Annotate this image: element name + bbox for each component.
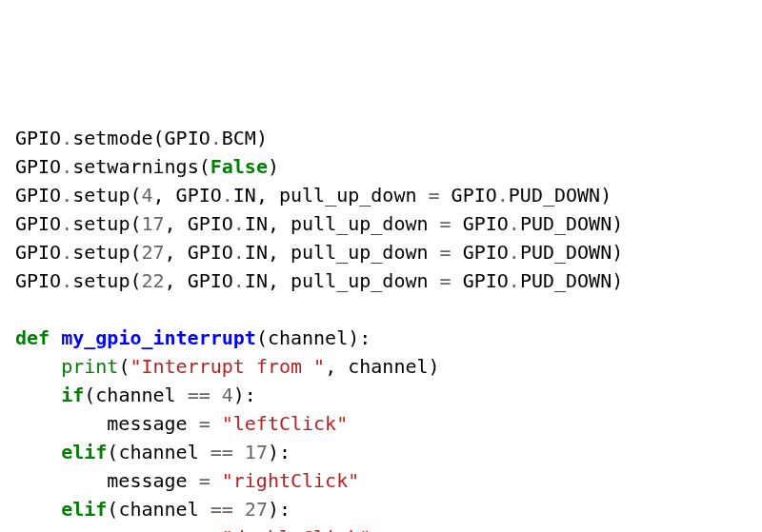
code-line-10: if(channel == 4): bbox=[15, 381, 747, 409]
code-line-11: message = "leftClick" bbox=[15, 409, 747, 438]
code-line-9: print("Interrupt from ", channel) bbox=[15, 352, 747, 381]
code-line-15: message = "doubleClick" bbox=[15, 523, 747, 532]
code-line-6: GPIO.setup(22, GPIO.IN, pull_up_down = G… bbox=[15, 266, 747, 295]
code-line-blank bbox=[15, 295, 747, 324]
code-line-2: GPIO.setwarnings(False) bbox=[15, 152, 747, 181]
code-line-4: GPIO.setup(17, GPIO.IN, pull_up_down = G… bbox=[15, 209, 747, 238]
code-line-1: GPIO.setmode(GPIO.BCM) bbox=[15, 124, 747, 152]
code-line-8: def my_gpio_interrupt(channel): bbox=[15, 324, 747, 352]
code-line-12: elif(channel == 17): bbox=[15, 438, 747, 466]
code-line-5: GPIO.setup(27, GPIO.IN, pull_up_down = G… bbox=[15, 238, 747, 266]
code-line-13: message = "rightClick" bbox=[15, 466, 747, 495]
code-line-3: GPIO.setup(4, GPIO.IN, pull_up_down = GP… bbox=[15, 181, 747, 209]
code-block: GPIO.setmode(GPIO.BCM)GPIO.setwarnings(F… bbox=[15, 124, 747, 532]
code-line-14: elif(channel == 27): bbox=[15, 495, 747, 523]
